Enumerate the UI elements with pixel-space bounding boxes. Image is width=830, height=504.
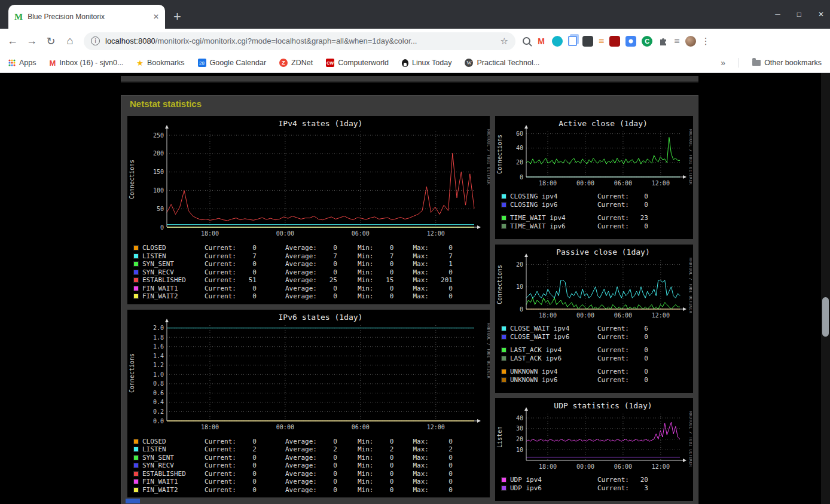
copy-extension-icon[interactable] bbox=[568, 36, 577, 46]
legend-series-name: FIN_WAIT1 bbox=[142, 285, 205, 293]
svg-text:06:00: 06:00 bbox=[352, 424, 370, 430]
legend-stat-value: 0 bbox=[239, 454, 257, 462]
svg-text:00:00: 00:00 bbox=[576, 312, 594, 319]
bookmark-computerworld[interactable]: CW Computerworld bbox=[326, 59, 389, 67]
bookmark-apps[interactable]: Apps bbox=[8, 59, 36, 67]
svg-text:06:00: 06:00 bbox=[614, 312, 632, 319]
ipv6-states-chart[interactable]: IPv6 states (1day)Connections0.00.20.40.… bbox=[127, 311, 490, 436]
legend-stat-label: Current: bbox=[597, 484, 629, 493]
other-bookmarks[interactable]: Other bookmarks bbox=[752, 59, 822, 67]
passive-close-chart[interactable]: Passive close (1day)Connections0102018:0… bbox=[495, 246, 692, 323]
legend-stat-value: 0 bbox=[431, 478, 453, 486]
legend-stat-label: Current: bbox=[205, 445, 236, 454]
profile-avatar[interactable] bbox=[685, 36, 696, 47]
svg-text:12:00: 12:00 bbox=[427, 424, 445, 430]
browser-tab-strip: M Blue Precision Monitorix ✕ + ─ □ ✕ bbox=[0, 0, 830, 29]
svg-text:RRDTOOL / TOBI OETIKER: RRDTOOL / TOBI OETIKER bbox=[486, 129, 490, 185]
legend-row: LAST_ACK ipv6Current:0 bbox=[495, 355, 693, 363]
legend-stat-value: 7 bbox=[239, 252, 257, 261]
legend-stat-label: Max: bbox=[413, 462, 429, 470]
svg-text:06:00: 06:00 bbox=[614, 463, 632, 470]
gmail-icon[interactable]: M bbox=[536, 36, 547, 47]
legend-series-name: SYN_SENT bbox=[142, 260, 205, 268]
legend-stat-label: Current: bbox=[597, 325, 629, 333]
svg-text:0.0: 0.0 bbox=[153, 417, 164, 424]
legend-stat-value: 0 bbox=[631, 355, 648, 363]
forward-button[interactable]: → bbox=[23, 35, 41, 47]
charts-left-column: IPv4 states (1day)Connections05010015020… bbox=[127, 116, 490, 497]
legend-stat-label: Average: bbox=[285, 486, 317, 494]
bookmark-label: Other bookmarks bbox=[764, 59, 822, 67]
legend-stat-label: Current: bbox=[205, 252, 236, 261]
window-minimize-button[interactable]: ─ bbox=[775, 10, 780, 19]
scrollbar[interactable] bbox=[821, 73, 830, 504]
svg-text:20: 20 bbox=[516, 159, 523, 166]
bookmark-linux-today[interactable]: Linux Today bbox=[402, 59, 452, 67]
legend-row: TIME_WAIT ipv6Current:0 bbox=[495, 222, 693, 231]
bookmark-star-icon[interactable]: ☆ bbox=[501, 36, 508, 47]
previous-section-remnant bbox=[121, 76, 698, 83]
svg-text:06:00: 06:00 bbox=[614, 180, 632, 187]
legend-stat-value: 0 bbox=[319, 454, 337, 462]
stack-extension-icon[interactable]: ≡ bbox=[599, 36, 604, 47]
reading-list-icon[interactable]: ≡ bbox=[674, 36, 679, 47]
udp-statistics-chart[interactable]: UDP statistics (1day)Listen1020304018:00… bbox=[495, 399, 692, 475]
back-button[interactable]: ← bbox=[4, 35, 22, 47]
legend-series-name: SYN_SENT bbox=[142, 454, 205, 462]
scrollbar-thumb[interactable] bbox=[822, 297, 829, 337]
ipv4-states-chart[interactable]: IPv4 states (1day)Connections05010015020… bbox=[127, 117, 490, 243]
legend-stat-value: 0 bbox=[431, 462, 453, 470]
legend-row: CLOSE_WAIT ipv6Current:0 bbox=[495, 333, 693, 341]
pocket-extension-icon[interactable] bbox=[609, 36, 620, 47]
legend-stat-label: Current: bbox=[205, 470, 236, 478]
legend-group: CLOSE_WAIT ipv4Current:6CLOSE_WAIT ipv6C… bbox=[495, 325, 693, 341]
camera-extension-icon[interactable] bbox=[625, 36, 636, 47]
legend-stat-label: Average: bbox=[285, 470, 317, 478]
legend-stat-label: Current: bbox=[597, 222, 629, 231]
legend-series-name: FIN_WAIT2 bbox=[142, 486, 205, 494]
legend-stat-value: 0 bbox=[319, 268, 337, 277]
legend-row: SYN_RECVCurrent:0Average:0Min:0Max:0 bbox=[127, 268, 490, 277]
legend-stat-value: 51 bbox=[239, 276, 257, 285]
search-icon[interactable] bbox=[523, 37, 530, 45]
bookmark-inbox[interactable]: M Inbox (16) - sjvn0... bbox=[50, 59, 124, 68]
bookmark-google-calendar[interactable]: 28 Google Calendar bbox=[198, 59, 267, 67]
browser-menu-icon[interactable]: ⋮ bbox=[701, 36, 710, 47]
svg-text:18:00: 18:00 bbox=[201, 424, 219, 430]
legend-stat-label: Max: bbox=[413, 445, 429, 454]
home-button[interactable]: ⌂ bbox=[61, 35, 79, 47]
green-extension-icon[interactable]: C bbox=[642, 36, 652, 47]
active-close-legend: CLOSING ipv4Current:0CLOSING ipv6Current… bbox=[495, 193, 693, 230]
legend-stat-label: Average: bbox=[285, 252, 317, 261]
section-title: Netstat statistics bbox=[121, 96, 698, 112]
legend-stat-label: Min: bbox=[358, 445, 374, 454]
svg-text:1.8: 1.8 bbox=[153, 334, 164, 340]
window-maximize-button[interactable]: □ bbox=[797, 10, 801, 19]
active-close-chart[interactable]: Active close (1day)Connections020406018:… bbox=[495, 117, 692, 191]
apps-grid-icon bbox=[8, 59, 16, 66]
legend-stat-label: Max: bbox=[413, 268, 429, 277]
legend-stat-value: 0 bbox=[631, 222, 648, 231]
new-tab-button[interactable]: + bbox=[173, 11, 181, 23]
extension-icons: M ≡ C ≡ ⋮ bbox=[523, 36, 710, 47]
browser-tab[interactable]: M Blue Precision Monitorix ✕ bbox=[8, 5, 165, 29]
window-close-button[interactable]: ✕ bbox=[818, 10, 824, 19]
svg-text:RRDTOOL / TOBI OETIKER: RRDTOOL / TOBI OETIKER bbox=[688, 411, 692, 468]
extensions-puzzle-icon[interactable] bbox=[658, 36, 669, 47]
bookmark-practical-technology[interactable]: W Practical Technol... bbox=[465, 59, 539, 67]
bookmark-zdnet[interactable]: Z ZDNet bbox=[279, 59, 313, 67]
bookmark-bookmarks[interactable]: ★ Bookmarks bbox=[136, 59, 184, 68]
legend-stat-label: Min: bbox=[358, 244, 374, 252]
reload-button[interactable]: ↻ bbox=[42, 35, 60, 48]
legend-swatch bbox=[133, 245, 139, 251]
legend-swatch bbox=[501, 326, 506, 331]
svg-text:Listen: Listen bbox=[496, 426, 503, 448]
penguin-icon bbox=[402, 59, 408, 67]
address-bar[interactable]: i localhost:8080/monitorix-cgi/monitorix… bbox=[84, 32, 515, 50]
tab-close-icon[interactable]: ✕ bbox=[153, 13, 159, 21]
dark-extension-icon[interactable] bbox=[582, 36, 593, 47]
page-info-icon[interactable]: i bbox=[91, 36, 100, 45]
legend-swatch bbox=[501, 347, 506, 353]
bookmarks-overflow-icon[interactable]: » bbox=[721, 58, 725, 68]
chat-extension-icon[interactable] bbox=[552, 36, 563, 47]
